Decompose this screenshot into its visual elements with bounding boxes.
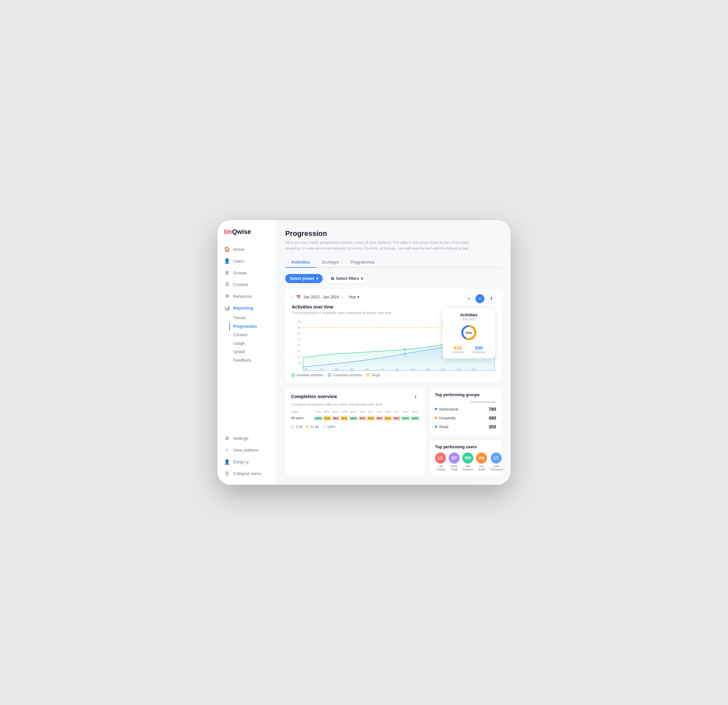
settings-icon: ⚙ xyxy=(224,436,230,442)
avatar-name-max: MaxRamirez xyxy=(462,465,474,471)
sidebar-item-home[interactable]: 🏠 Home xyxy=(218,243,276,255)
sidebar-item-behaviour[interactable]: ⚙ Behaviour xyxy=(218,290,276,302)
sidebar-item-view-platform[interactable]: ✓ View platform xyxy=(218,444,276,456)
sub-item-trends[interactable]: Trends xyxy=(233,314,276,322)
sidebar-label-view-platform: View platform xyxy=(233,447,259,453)
completion-legend: 0-50 51-89 100% xyxy=(291,425,419,429)
group-name-netherlands: Netherlands xyxy=(435,407,458,411)
behaviour-icon: ⚙ xyxy=(224,293,230,299)
chart-toggles: % # ⬇ xyxy=(464,294,496,304)
content-icon: ☰ xyxy=(224,281,230,287)
group-name-hospitality: Hospitality xyxy=(435,416,456,420)
completion-download-button[interactable]: ⬇ xyxy=(412,393,419,401)
legend-100-label: 100% xyxy=(327,425,336,429)
preset-label: Select preset xyxy=(290,276,314,281)
top-groups-title: Top performing groups xyxy=(435,392,496,397)
row-cells: 100% 51% 49% 51% 100% 49% 51% 49% 51% 49… xyxy=(314,416,419,421)
avatar-name-ava: AvaSmith xyxy=(476,465,487,471)
user-avatar-icon: 👤 xyxy=(224,459,230,465)
avatar-emily: EP EmilyPatel xyxy=(449,453,460,471)
cell-jan: 100% xyxy=(314,416,323,421)
sub-item-progression[interactable]: Progression xyxy=(229,322,276,331)
legend-color-5189 xyxy=(306,425,309,429)
svg-text:900: 900 xyxy=(297,326,300,329)
tab-programmes[interactable]: Programmes xyxy=(345,257,381,268)
toggle-hash-button[interactable]: # xyxy=(475,294,484,303)
avatar-name-lily: LilyChang xyxy=(435,465,446,471)
sidebar: tinQwise 🏠 Home 👤 Users ⊞ Groups ☰ Conte… xyxy=(218,220,276,485)
cell-aug: 49% xyxy=(376,416,383,421)
sidebar-label-reporting: Reporting xyxy=(233,305,253,310)
group-row-netherlands: Netherlands 780 xyxy=(435,405,496,414)
svg-text:AUG: AUG xyxy=(411,368,415,370)
cell-dec: 100% xyxy=(410,416,419,421)
period-chevron-icon: ▾ xyxy=(357,295,360,300)
legend-0-50: 0-50 xyxy=(291,425,302,429)
cell-apr: 51% xyxy=(341,416,348,421)
sub-item-usage[interactable]: Usage xyxy=(233,339,276,347)
activities-chart-section: ‹ 📅 Jan 2023 - Jan 2024 › Year ▾ % # ⬇ A… xyxy=(285,289,501,383)
sidebar-label-collapse: Collapse menu xyxy=(233,471,261,476)
logo-tin: tin xyxy=(224,228,232,235)
sidebar-item-settings[interactable]: ⚙ Settings xyxy=(218,433,276,444)
svg-text:JUN: JUN xyxy=(380,368,384,370)
cell-oct: 49% xyxy=(393,416,400,421)
svg-text:600: 600 xyxy=(297,344,300,346)
select-preset-button[interactable]: Select preset ▾ xyxy=(285,274,323,283)
download-button[interactable]: ⬇ xyxy=(487,294,496,304)
preset-chevron-icon: ▾ xyxy=(316,276,318,281)
home-icon: 🏠 xyxy=(224,246,230,252)
sidebar-item-users[interactable]: 👤 Users xyxy=(218,255,276,267)
main-content: Progression Here you can create progress… xyxy=(276,220,510,485)
toggle-percent-button[interactable]: % xyxy=(464,294,474,303)
legend-050-label: 0-50 xyxy=(296,425,302,429)
group-label-hospitality: Hospitality xyxy=(439,416,456,420)
date-next-button[interactable]: › xyxy=(342,294,343,300)
tooltip-title: Activities xyxy=(448,313,490,317)
avatar-row: LC LilyChang EP EmilyPatel MR MaxRamirez xyxy=(435,453,496,471)
tab-activities[interactable]: Activities xyxy=(285,257,316,268)
sidebar-bottom: ⚙ Settings ✓ View platform 👤 Dung Ly ☰ C… xyxy=(218,429,276,479)
tooltip-stats: 610 Available 350 Completed xyxy=(448,345,490,354)
sub-item-upskill[interactable]: Upskill xyxy=(233,347,276,356)
completion-table-header: Users JAN FEB MAR APR MAY JUN JUL AUG SE… xyxy=(291,410,419,415)
tab-journeys[interactable]: Journeys xyxy=(316,257,345,268)
group-name-retail: Retail xyxy=(435,425,448,429)
sidebar-item-collapse[interactable]: ☰ Collapse menu xyxy=(218,468,276,479)
svg-text:1000: 1000 xyxy=(297,320,302,323)
completion-section: Completion overview ⬇ Compare completion… xyxy=(285,388,425,476)
legend-label-completed: Completed activities xyxy=(333,373,362,377)
sub-item-feedback[interactable]: Feedback xyxy=(233,356,276,365)
sidebar-item-user[interactable]: 👤 Dung Ly xyxy=(218,456,276,468)
select-filters-button[interactable]: ⊞ Select filters ▾ xyxy=(326,274,368,284)
view-platform-icon: ✓ xyxy=(224,447,230,453)
group-count-retail: 350 xyxy=(489,424,496,429)
col-header-users: Users xyxy=(291,410,314,413)
sidebar-label-users: Users xyxy=(233,259,244,263)
cell-sep: 51% xyxy=(384,416,392,421)
reporting-icon: 📊 xyxy=(224,305,230,311)
filter-icon: ⊞ xyxy=(331,276,334,281)
sub-item-content[interactable]: Content xyxy=(233,331,276,339)
stat-available: 610 Available xyxy=(452,345,464,354)
svg-point-10 xyxy=(403,352,406,355)
legend-completed: Completed activities xyxy=(328,373,362,377)
cell-feb: 51% xyxy=(323,416,331,421)
cell-mar: 49% xyxy=(332,416,339,421)
svg-text:57%: 57% xyxy=(466,332,472,334)
legend-100: 100% xyxy=(322,425,336,429)
date-prev-button[interactable]: ‹ xyxy=(292,294,293,300)
svg-text:OCT: OCT xyxy=(441,368,445,370)
tooltip-subtitle: July 2023 xyxy=(448,317,490,321)
sidebar-label-groups: Groups xyxy=(233,271,247,275)
sidebar-item-reporting[interactable]: 📊 Reporting xyxy=(218,302,276,314)
svg-text:DEC: DEC xyxy=(472,368,476,370)
sidebar-item-content[interactable]: ☰ Content xyxy=(218,279,276,290)
svg-text:300: 300 xyxy=(297,361,300,363)
svg-text:800: 800 xyxy=(297,332,300,334)
group-row-hospitality: Hospitality 490 xyxy=(435,414,496,423)
sidebar-item-groups[interactable]: ⊞ Groups xyxy=(218,267,276,279)
period-select[interactable]: Year ▾ xyxy=(348,295,360,300)
svg-text:APR: APR xyxy=(350,368,354,370)
group-label-netherlands: Netherlands xyxy=(439,407,458,411)
